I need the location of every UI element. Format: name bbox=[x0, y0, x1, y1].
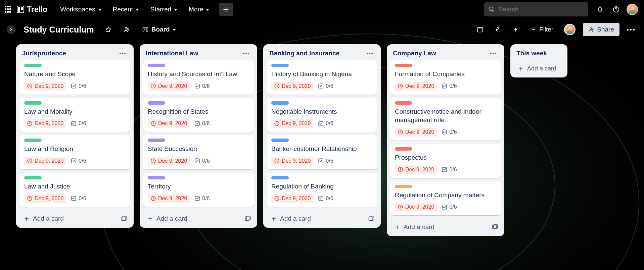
add-card-button[interactable]: Add a card bbox=[21, 213, 120, 224]
chevron-right-icon bbox=[9, 28, 13, 32]
filter-button[interactable]: Filter bbox=[527, 24, 557, 35]
card[interactable]: Constructive notice and Indoor managemen… bbox=[390, 98, 501, 141]
view-switcher[interactable]: Board bbox=[139, 24, 179, 35]
card[interactable]: Law and Morality Dec 9, 2020 0/6 bbox=[19, 98, 130, 132]
card[interactable]: Regulation of Banking Dec 9, 2020 0/6 bbox=[267, 173, 377, 207]
checklist-count: 0/6 bbox=[202, 120, 210, 126]
list-menu-button[interactable] bbox=[241, 51, 251, 56]
card[interactable]: Law and Justice Dec 9, 2020 0/6 bbox=[19, 173, 130, 207]
list-title[interactable]: Jurisprudence bbox=[22, 50, 66, 57]
due-date-badge[interactable]: Dec 9, 2020 bbox=[24, 119, 66, 128]
due-date-text: Dec 9, 2020 bbox=[405, 204, 434, 210]
clock-icon bbox=[150, 196, 156, 201]
notifications-button[interactable] bbox=[593, 2, 607, 16]
board-canvas[interactable]: Jurisprudence Nature and Scope Dec 9, 20… bbox=[0, 40, 644, 270]
due-date-badge[interactable]: Dec 9, 2020 bbox=[24, 82, 66, 91]
star-board-button[interactable] bbox=[101, 24, 115, 35]
clock-icon bbox=[150, 121, 156, 126]
clock-icon bbox=[398, 83, 403, 89]
list-title[interactable]: Company Law bbox=[393, 50, 436, 57]
list-menu-button[interactable] bbox=[118, 51, 128, 56]
sidebar-expand-button[interactable] bbox=[7, 25, 15, 34]
due-date-badge[interactable]: Dec 9, 2020 bbox=[24, 157, 66, 165]
checklist-icon bbox=[71, 158, 77, 164]
card[interactable]: Law and Religion Dec 9, 2020 0/6 bbox=[19, 135, 130, 169]
list-menu-button[interactable] bbox=[488, 51, 498, 56]
card[interactable]: History of Banking in Nigeria Dec 9, 202… bbox=[267, 60, 377, 95]
due-date-badge[interactable]: Dec 9, 2020 bbox=[24, 194, 66, 203]
board-menu-button[interactable] bbox=[624, 26, 637, 33]
power-up-button[interactable] bbox=[492, 24, 505, 35]
card-badges: Dec 9, 2020 0/6 bbox=[395, 82, 496, 91]
due-date-badge[interactable]: Dec 9, 2020 bbox=[395, 165, 437, 174]
board-member-avatar[interactable] bbox=[563, 22, 577, 37]
plus-icon bbox=[147, 216, 153, 222]
chevron-down-icon bbox=[136, 9, 139, 11]
visibility-button[interactable] bbox=[120, 24, 134, 35]
create-from-template-button[interactable] bbox=[367, 214, 376, 223]
calendar-power-up-button[interactable] bbox=[473, 24, 487, 35]
board-title[interactable]: Study Curriculum bbox=[24, 25, 94, 35]
list-title[interactable]: Banking and Insurance bbox=[269, 50, 339, 57]
list-title[interactable]: International Law bbox=[146, 50, 198, 57]
add-card-label: Add a card bbox=[280, 215, 311, 222]
card-badges: Dec 9, 2020 0/6 bbox=[24, 82, 126, 91]
due-date-badge[interactable]: Dec 9, 2020 bbox=[148, 82, 190, 91]
list: This week Add a card bbox=[510, 44, 567, 77]
due-date-badge[interactable]: Dec 9, 2020 bbox=[271, 194, 313, 203]
due-date-badge[interactable]: Dec 9, 2020 bbox=[395, 128, 437, 137]
automation-button[interactable] bbox=[510, 24, 522, 35]
card[interactable]: Recognition of States Dec 9, 2020 0/6 bbox=[143, 98, 254, 132]
due-date-badge[interactable]: Dec 9, 2020 bbox=[271, 119, 313, 128]
create-from-template-button[interactable] bbox=[490, 222, 500, 232]
starred-menu[interactable]: Starred bbox=[146, 3, 182, 16]
checklist-icon bbox=[318, 83, 324, 89]
checklist-count: 0/6 bbox=[326, 120, 333, 126]
card[interactable]: Formation of Companies Dec 9, 2020 0/6 bbox=[390, 60, 501, 95]
create-from-template-button[interactable] bbox=[243, 214, 252, 223]
trello-logo[interactable]: Trello bbox=[17, 5, 47, 14]
rocket-icon bbox=[495, 26, 502, 33]
due-date-badge[interactable]: Dec 9, 2020 bbox=[148, 119, 190, 128]
due-date-badge[interactable]: Dec 9, 2020 bbox=[395, 82, 437, 91]
checklist-badge: 0/6 bbox=[71, 83, 86, 89]
card[interactable]: Prospectus Dec 9, 2020 0/6 bbox=[390, 144, 501, 178]
checklist-count: 0/6 bbox=[202, 158, 210, 164]
card-title: History of Banking in Nigeria bbox=[271, 70, 373, 78]
list-menu-button[interactable] bbox=[365, 51, 375, 56]
checklist-badge: 0/6 bbox=[442, 204, 457, 210]
add-card-button[interactable]: Add a card bbox=[268, 213, 367, 224]
create-button[interactable] bbox=[219, 3, 233, 16]
card[interactable]: Banker-customer Relationship Dec 9, 2020… bbox=[267, 135, 377, 169]
due-date-badge[interactable]: Dec 9, 2020 bbox=[271, 82, 313, 91]
due-date-badge[interactable]: Dec 9, 2020 bbox=[271, 157, 313, 165]
card[interactable]: Nature and Scope Dec 9, 2020 0/6 bbox=[19, 60, 130, 95]
add-card-button[interactable]: Add a card bbox=[392, 221, 490, 233]
due-date-badge[interactable]: Dec 9, 2020 bbox=[395, 203, 437, 211]
create-from-template-button[interactable] bbox=[120, 214, 129, 223]
workspaces-menu[interactable]: Workspaces bbox=[55, 3, 106, 16]
list-title[interactable]: This week bbox=[516, 50, 547, 57]
add-card-button[interactable]: Add a card bbox=[515, 63, 563, 74]
card-label bbox=[395, 185, 412, 188]
apps-switcher-icon[interactable] bbox=[5, 6, 12, 13]
due-date-badge[interactable]: Dec 9, 2020 bbox=[148, 194, 190, 203]
add-card-button[interactable]: Add a card bbox=[144, 213, 243, 224]
search-input[interactable] bbox=[498, 6, 584, 13]
help-button[interactable] bbox=[609, 2, 623, 16]
card[interactable]: State Succession Dec 9, 2020 0/6 bbox=[143, 135, 254, 169]
checklist-badge: 0/6 bbox=[71, 120, 86, 126]
card[interactable]: Territory Dec 9, 2020 0/6 bbox=[143, 173, 254, 207]
recent-menu[interactable]: Recent bbox=[108, 3, 144, 16]
account-button[interactable] bbox=[625, 2, 639, 16]
share-button[interactable]: Share bbox=[583, 23, 619, 36]
star-icon bbox=[105, 26, 112, 33]
card[interactable]: Negotiable Instruments Dec 9, 2020 0/6 bbox=[267, 98, 377, 132]
card[interactable]: Regulation of Company matters Dec 9, 202… bbox=[390, 181, 501, 216]
due-date-text: Dec 9, 2020 bbox=[35, 120, 63, 126]
more-menu[interactable]: More bbox=[184, 3, 214, 16]
due-date-text: Dec 9, 2020 bbox=[405, 167, 434, 173]
due-date-badge[interactable]: Dec 9, 2020 bbox=[148, 157, 190, 165]
card[interactable]: History and Sources of Int'l Law Dec 9, … bbox=[143, 60, 254, 95]
search-bar[interactable] bbox=[484, 2, 588, 16]
